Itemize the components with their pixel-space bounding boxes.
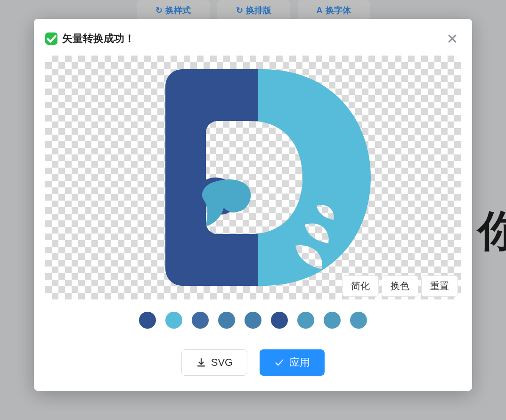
modal-footer: SVG 应用 [45,349,461,376]
check-icon [274,357,285,368]
simplify-button[interactable]: 简化 [342,275,379,297]
close-icon [447,33,458,44]
color-swatch[interactable] [192,312,209,329]
reset-button[interactable]: 重置 [421,275,458,297]
color-swatch[interactable] [165,312,182,329]
color-swatch[interactable] [218,312,235,329]
logo-d-graphic [131,55,375,300]
recolor-button[interactable]: 换色 [382,275,418,297]
apply-button-label: 应用 [289,355,310,370]
color-swatch[interactable] [245,312,261,329]
modal-header: 矢量转换成功！ [45,30,461,47]
color-swatch[interactable] [324,312,341,329]
color-swatch[interactable] [297,312,314,329]
success-check-icon [45,32,57,45]
color-swatch[interactable] [271,312,288,329]
download-svg-button[interactable]: SVG [181,349,247,376]
vector-success-modal: 矢量转换成功！ [34,19,472,391]
modal-title-wrap: 矢量转换成功！ [45,32,135,46]
color-swatch[interactable] [139,312,156,329]
apply-button[interactable]: 应用 [260,349,325,376]
color-swatch-row [45,312,461,329]
logo-preview: 简化 换色 重置 [45,56,461,299]
modal-title: 矢量转换成功！ [62,32,135,46]
color-swatch[interactable] [350,312,367,329]
download-icon [196,357,206,368]
close-button[interactable] [444,30,461,47]
preview-action-row: 简化 换色 重置 [342,275,458,297]
svg-button-label: SVG [211,356,233,369]
